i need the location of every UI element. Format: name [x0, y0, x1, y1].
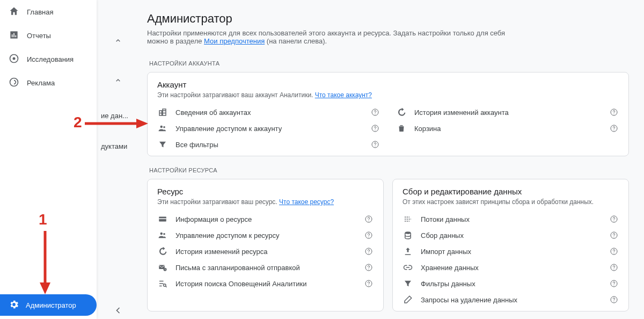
svg-rect-14	[159, 219, 166, 220]
resource-info-item[interactable]: Информация о ресурсе	[157, 211, 374, 227]
bar-chart-icon	[9, 30, 19, 42]
resource-card-title: Ресурс	[157, 187, 374, 196]
account-card: Аккаунт Эти настройки затрагивают ваш ак…	[147, 72, 629, 156]
help-icon[interactable]	[364, 230, 374, 240]
building-icon	[157, 107, 168, 118]
help-icon[interactable]	[609, 124, 619, 133]
card-icon	[157, 214, 168, 224]
people-icon	[157, 230, 168, 241]
account-details-item[interactable]: Сведения об аккаунтах	[157, 104, 380, 120]
help-icon[interactable]	[370, 107, 380, 117]
database-icon	[402, 230, 413, 241]
help-icon[interactable]	[609, 247, 619, 256]
resource-access-item[interactable]: Управление доступом к ресурсу	[157, 227, 374, 243]
svg-point-23	[164, 284, 166, 287]
all-filters-item[interactable]: Все фильтры	[157, 136, 380, 153]
svg-point-26	[405, 231, 411, 234]
help-icon[interactable]	[609, 295, 619, 305]
intro-text-b: (на панели слева).	[265, 37, 327, 45]
link-icon	[402, 262, 413, 273]
truncated-label[interactable]: ие дан...	[97, 106, 140, 121]
svg-point-7	[160, 126, 163, 128]
section-account-label: НАСТРОЙКИ АККАУНТА	[147, 49, 629, 72]
help-icon[interactable]	[609, 279, 619, 288]
nav-ads[interactable]: Реклама	[0, 71, 97, 95]
help-icon[interactable]	[364, 214, 374, 224]
filter-icon	[157, 139, 168, 150]
account-card-subtitle: Эти настройки затрагивают ваш аккаунт Ан…	[157, 91, 619, 99]
what-is-account-link[interactable]: Что такое аккаунт?	[315, 91, 372, 99]
gear-icon	[9, 299, 19, 311]
help-icon[interactable]	[370, 140, 380, 149]
primary-sidebar: Главная Отчеты Исследования Реклама Адми…	[0, 0, 97, 319]
resource-card-subtitle: Эти настройки затрагивают ваш ресурс. Чт…	[157, 198, 374, 206]
scheduled-emails-item[interactable]: Письма с запланированной отправкой	[157, 259, 374, 276]
nav-reports[interactable]: Отчеты	[0, 24, 97, 47]
nav-admin-label: Администратор	[26, 301, 76, 309]
data-card: Сбор и редактирование данных От этих нас…	[392, 179, 629, 311]
data-card-subtitle: От этих настроек зависят принципы сбора …	[402, 198, 619, 206]
history-icon	[157, 246, 168, 257]
eraser-icon	[402, 294, 413, 305]
streams-icon	[402, 214, 413, 224]
truncated-label[interactable]: дуктами	[97, 137, 140, 151]
search-list-icon	[157, 278, 168, 289]
svg-point-5	[10, 78, 18, 86]
my-preferences-link[interactable]: Мои предпочтения	[204, 37, 265, 45]
data-collection-item[interactable]: Сбор данных	[402, 227, 619, 243]
section-resource-label: НАСТРОЙКИ РЕСУРСА	[147, 156, 629, 179]
data-deletion-item[interactable]: Запросы на удаление данных	[402, 292, 619, 308]
help-icon[interactable]	[364, 263, 374, 272]
help-icon[interactable]	[364, 247, 374, 256]
nav-reports-label: Отчеты	[27, 32, 51, 40]
nav-home[interactable]: Главная	[0, 0, 97, 24]
trash-item[interactable]: Корзина	[396, 120, 619, 136]
account-history-item[interactable]: История изменений аккаунта	[396, 104, 619, 120]
help-icon[interactable]	[370, 124, 380, 133]
account-card-title: Аккаунт	[157, 80, 619, 89]
svg-point-16	[160, 233, 163, 235]
chevron-up-icon[interactable]	[112, 74, 125, 87]
secondary-nav: ие дан... дуктами	[97, 0, 140, 319]
home-icon	[9, 6, 19, 18]
nav-admin[interactable]: Администратор	[0, 294, 97, 316]
svg-point-8	[163, 126, 165, 128]
data-card-title: Сбор и редактирование данных	[402, 187, 619, 196]
data-import-item[interactable]: Импорт данных	[402, 243, 619, 259]
resource-history-item[interactable]: История изменений ресурса	[157, 243, 374, 259]
help-icon[interactable]	[609, 230, 619, 240]
filter-icon	[402, 278, 413, 289]
what-is-resource-link[interactable]: Что такое ресурс?	[279, 198, 334, 206]
svg-point-4	[13, 57, 16, 60]
help-icon[interactable]	[609, 263, 619, 272]
insights-search-history-item[interactable]: История поиска Оповещений Аналитики	[157, 276, 374, 292]
resource-card: Ресурс Эти настройки затрагивают ваш рес…	[147, 179, 384, 311]
help-icon[interactable]	[364, 279, 374, 288]
chevron-up-icon[interactable]	[112, 34, 125, 47]
data-retention-item[interactable]: Хранение данных	[402, 259, 619, 276]
collapse-chevron-left-icon[interactable]	[97, 305, 140, 316]
svg-rect-1	[13, 33, 14, 37]
people-icon	[157, 123, 168, 134]
help-icon[interactable]	[609, 214, 619, 224]
nav-explore[interactable]: Исследования	[0, 47, 97, 71]
nav-explore-label: Исследования	[27, 55, 74, 63]
account-access-item[interactable]: Управление доступом к аккаунту	[157, 120, 380, 136]
svg-rect-2	[16, 35, 17, 37]
history-icon	[396, 107, 407, 118]
svg-rect-0	[12, 34, 13, 37]
nav-ads-label: Реклама	[27, 79, 55, 87]
page-title: Администратор	[147, 12, 629, 26]
trash-icon	[396, 123, 407, 134]
scheduled-mail-icon	[157, 262, 168, 273]
nav-home-label: Главная	[27, 8, 53, 16]
help-icon[interactable]	[609, 107, 619, 117]
data-streams-item[interactable]: Потоки данных	[402, 211, 619, 227]
main-content: Администратор Настройки применяются для …	[140, 0, 644, 319]
megaphone-icon	[9, 77, 19, 89]
upload-icon	[402, 246, 413, 257]
data-filters-item[interactable]: Фильтры данных	[402, 276, 619, 292]
svg-point-17	[163, 233, 165, 235]
explore-icon	[9, 53, 19, 66]
page-intro: Настройки применяются для всех пользоват…	[147, 29, 512, 45]
